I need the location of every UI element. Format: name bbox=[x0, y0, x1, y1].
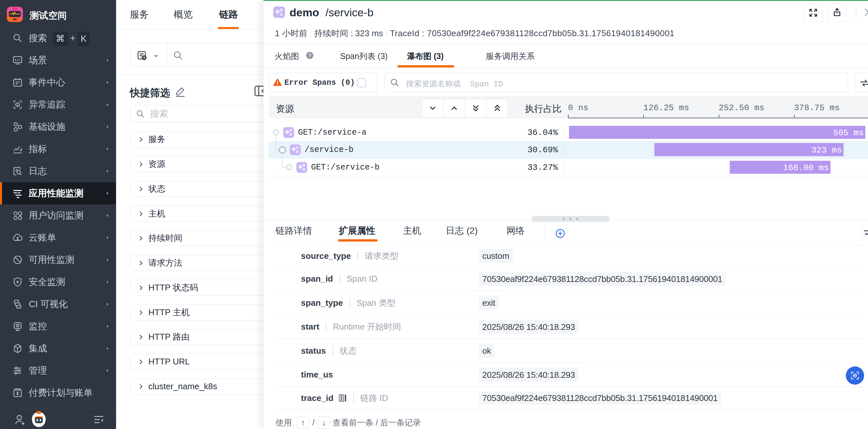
svg-text:?: ? bbox=[308, 53, 311, 58]
